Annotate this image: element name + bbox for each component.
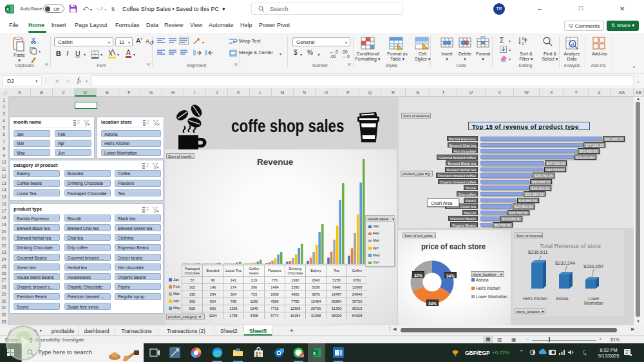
svg-text:Z: Z: [522, 42, 524, 46]
svg-text:X: X: [6, 7, 10, 12]
svg-text:10: 10: [300, 354, 304, 357]
svg-text:X: X: [313, 351, 316, 356]
